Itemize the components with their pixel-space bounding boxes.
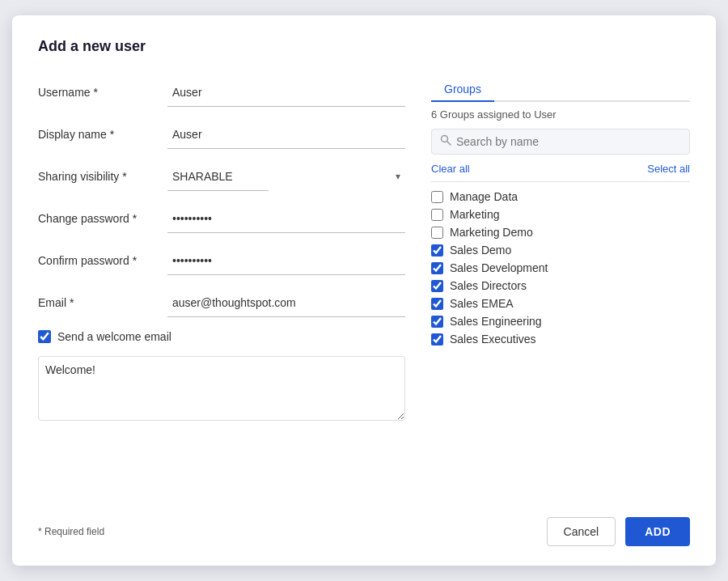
email-label: Email * [38, 296, 167, 309]
groups-search-box [431, 129, 690, 155]
group-name-label: Manage Data [450, 190, 518, 203]
right-panel: Groups 6 Groups assigned to User Clear a… [431, 78, 690, 498]
groups-tab[interactable]: Groups [431, 78, 494, 102]
left-panel: Username * Display name * Sharing visibi… [38, 78, 405, 498]
groups-assigned-count: 6 Groups assigned to User [431, 108, 690, 121]
dialog-title: Add a new user [38, 38, 690, 55]
sharing-visibility-row: Sharing visibility * SHARABLE NOT_SHARAB… [38, 162, 405, 191]
svg-line-1 [447, 142, 451, 146]
confirm-password-label: Confirm password * [38, 254, 167, 267]
sharing-visibility-label: Sharing visibility * [38, 170, 167, 183]
change-password-row: Change password * [38, 204, 405, 233]
group-item: Sales Directors [431, 279, 690, 292]
cancel-button[interactable]: Cancel [547, 517, 616, 546]
dialog-footer: * Required field Cancel ADD [38, 517, 690, 546]
group-checkbox-4[interactable] [431, 262, 443, 274]
group-item: Sales Executives [431, 333, 690, 346]
display-name-input[interactable] [167, 120, 405, 149]
group-checkbox-0[interactable] [431, 191, 443, 203]
group-checkbox-2[interactable] [431, 227, 443, 239]
display-name-row: Display name * [38, 120, 405, 149]
group-checkbox-1[interactable] [431, 209, 443, 221]
add-button[interactable]: ADD [625, 517, 690, 546]
groups-actions: Clear all Select all [431, 163, 690, 182]
display-name-label: Display name * [38, 128, 167, 141]
group-item: Marketing [431, 208, 690, 221]
group-checkbox-8[interactable] [431, 333, 443, 346]
email-input[interactable] [167, 288, 405, 317]
username-input[interactable] [167, 78, 405, 107]
confirm-password-row: Confirm password * [38, 246, 405, 275]
group-name-label: Sales EMEA [450, 297, 514, 310]
group-name-label: Sales Demo [450, 244, 511, 257]
footer-buttons: Cancel ADD [547, 517, 690, 546]
add-user-dialog: Add a new user Username * Display name *… [12, 15, 716, 566]
group-checkbox-6[interactable] [431, 298, 443, 310]
group-name-label: Marketing [450, 208, 499, 221]
sharing-visibility-select[interactable]: SHARABLE NOT_SHARABLE [167, 162, 269, 191]
group-checkbox-5[interactable] [431, 280, 443, 292]
select-all-link[interactable]: Select all [647, 163, 690, 175]
group-name-label: Marketing Demo [450, 226, 533, 239]
group-name-label: Sales Executives [450, 333, 536, 346]
group-item: Sales Demo [431, 244, 690, 257]
send-welcome-row: Send a welcome email [38, 330, 405, 343]
group-name-label: Sales Development [450, 261, 548, 274]
group-item: Sales Engineering [431, 315, 690, 328]
sharing-visibility-wrapper: SHARABLE NOT_SHARABLE ▾ [167, 162, 405, 191]
confirm-password-input[interactable] [167, 246, 405, 275]
welcome-message-textarea[interactable]: Welcome! [38, 356, 405, 421]
group-name-label: Sales Engineering [450, 315, 542, 328]
clear-all-link[interactable]: Clear all [431, 163, 470, 175]
send-welcome-label: Send a welcome email [57, 330, 171, 343]
group-checkbox-7[interactable] [431, 316, 443, 328]
select-arrow-icon: ▾ [396, 171, 400, 182]
required-note: * Required field [38, 526, 104, 537]
dialog-body: Username * Display name * Sharing visibi… [38, 78, 690, 498]
group-checkbox-3[interactable] [431, 244, 443, 257]
groups-list: Manage DataMarketingMarketing DemoSales … [431, 190, 690, 346]
group-item: Sales Development [431, 261, 690, 274]
groups-search-input[interactable] [456, 135, 681, 148]
group-item: Marketing Demo [431, 226, 690, 239]
group-name-label: Sales Directors [450, 279, 527, 292]
search-icon [440, 134, 451, 149]
send-welcome-checkbox[interactable] [38, 330, 51, 343]
groups-tab-bar: Groups [431, 78, 690, 102]
group-item: Sales EMEA [431, 297, 690, 310]
username-label: Username * [38, 86, 167, 99]
username-row: Username * [38, 78, 405, 107]
change-password-input[interactable] [167, 204, 405, 233]
email-row: Email * [38, 288, 405, 317]
change-password-label: Change password * [38, 212, 167, 225]
group-item: Manage Data [431, 190, 690, 203]
